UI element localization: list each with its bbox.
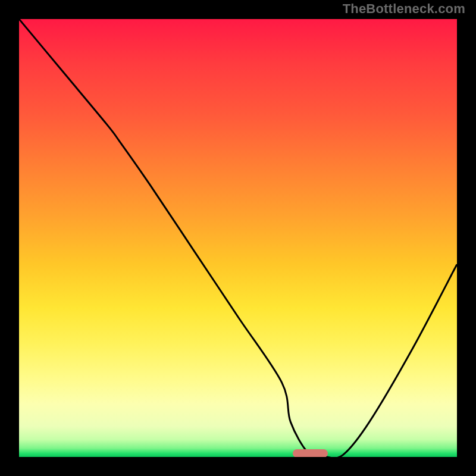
bottleneck-curve: [19, 19, 457, 457]
plot-area: [19, 19, 457, 457]
watermark-text: TheBottleneck.com: [343, 1, 465, 17]
optimal-marker: [293, 449, 328, 457]
chart-container: TheBottleneck.com: [0, 0, 476, 476]
